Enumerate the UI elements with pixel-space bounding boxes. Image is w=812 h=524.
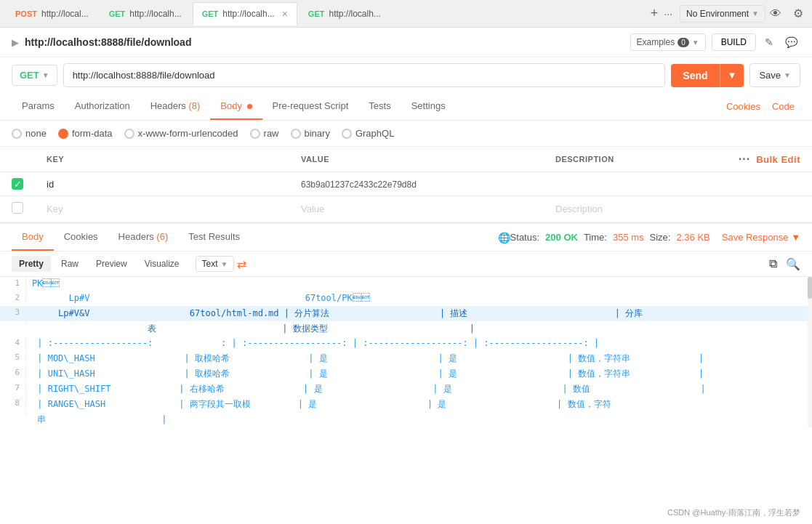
examples-count: 0 (678, 38, 689, 47)
option-graphql-label: GraphQL (355, 128, 394, 139)
expand-icon[interactable]: ▶ (12, 37, 19, 48)
new-row-checkbox[interactable] (12, 202, 23, 214)
globe-icon[interactable]: 🌐 (498, 232, 510, 243)
response-content: 1 PK 2 Lp#V 67tool/PK 3 Lp#V&V 67too… (0, 277, 812, 427)
resp-tab-testresults[interactable]: Test Results (178, 224, 250, 251)
status-label: Status: (510, 232, 539, 243)
resp-line-6: 6 | UNI\_HASH | 取模哈希 | 是 | 是 | 数值，字符串 | (0, 366, 812, 382)
line-num-1: 1 (0, 277, 26, 289)
line-num-2: 2 (0, 291, 26, 304)
tab-url-0: http://local... (41, 9, 89, 19)
table-row: ✓ id 63b9a01237c2433c22e79d8d (0, 172, 812, 196)
tab-close-2[interactable]: × (282, 8, 288, 20)
view-preview[interactable]: Preview (89, 256, 134, 272)
send-button[interactable]: Send (671, 64, 719, 87)
option-binary[interactable]: binary (291, 128, 330, 139)
tab-authorization[interactable]: Authorization (65, 93, 140, 120)
tab-settings[interactable]: Settings (401, 93, 456, 120)
th-value: VALUE (289, 147, 544, 172)
resp-tab-body[interactable]: Body (12, 224, 54, 251)
cookies-link[interactable]: Cookies (720, 94, 766, 119)
new-row-desc[interactable]: Description (544, 196, 812, 222)
scrollbar-track[interactable] (808, 277, 812, 427)
eye-icon[interactable]: 👁 (767, 4, 784, 23)
examples-button[interactable]: Examples 0 ▼ (630, 33, 706, 51)
tab-headers[interactable]: Headers (8) (140, 93, 211, 120)
line-content-5: | MOD\_HASH | 取模哈希 | 是 | 是 | 数值，字符串 | (32, 351, 704, 366)
view-pretty[interactable]: Pretty (12, 256, 51, 272)
option-binary-label: binary (305, 128, 330, 139)
search-icon[interactable]: 🔍 (786, 257, 800, 271)
env-selector[interactable]: No Environment ▼ (680, 5, 765, 23)
tab-params[interactable]: Params (12, 93, 65, 120)
resp-line-5: 5 | MOD\_HASH | 取模哈希 | 是 | 是 | 数值，字符串 | (0, 351, 812, 366)
time-label: Time: (584, 232, 607, 243)
option-urlencoded[interactable]: x-www-form-urlencoded (124, 128, 238, 139)
method-arrow-icon: ▼ (42, 71, 49, 79)
resp-line-8b: 串 | (0, 412, 812, 427)
line-content-8: | RANGE\_HASH | 两字段其一取模 | 是 | 是 | 数值，字符 (32, 397, 611, 412)
url-input[interactable] (63, 63, 666, 87)
th-checkbox (0, 147, 35, 172)
tab-prerequest[interactable]: Pre-request Script (262, 93, 359, 120)
tab-get-3[interactable]: GET http://localh... (299, 2, 390, 25)
tab-actions: + ··· (651, 6, 672, 21)
format-dropdown[interactable]: Text ▼ (196, 256, 235, 272)
bulk-edit-button[interactable]: Bulk Edit (756, 154, 800, 165)
tab-body[interactable]: Body (210, 93, 262, 120)
line-num-7: 7 (0, 382, 26, 394)
resp-line-3b: 表 | 数据类型 | (0, 321, 812, 336)
tab-post[interactable]: POST http://local... (6, 2, 98, 25)
line-content-6: | UNI\_HASH | 取模哈希 | 是 | 是 | 数值，字符串 | (32, 366, 704, 382)
tab-tests[interactable]: Tests (358, 93, 401, 120)
resp-tab-headers[interactable]: Headers (6) (108, 224, 179, 251)
tab-method-1: GET (109, 9, 126, 18)
request-title: http://localhost:8888/file/download (25, 36, 191, 48)
env-label: No Environment (686, 9, 749, 19)
radio-formdata (58, 129, 68, 139)
save-button[interactable]: Save ▼ (749, 63, 800, 87)
save-response-button[interactable]: Save Response ▼ (722, 232, 800, 243)
save-arrow-icon: ▼ (784, 71, 791, 79)
wrap-icon[interactable]: ⇄ (237, 257, 246, 271)
size-value: 2.36 KB (676, 232, 710, 243)
option-raw[interactable]: raw (250, 128, 279, 139)
copy-icon[interactable]: ⧉ (769, 257, 777, 270)
option-formdata[interactable]: form-data (58, 128, 113, 139)
settings-icon[interactable]: ⚙ (790, 4, 806, 23)
comment-icon[interactable]: 💬 (782, 33, 800, 51)
tab-get-1[interactable]: GET http://localh... (100, 2, 191, 25)
more-tabs-icon[interactable]: ··· (664, 8, 672, 20)
view-raw[interactable]: Raw (54, 256, 86, 272)
body-options: none form-data x-www-form-urlencoded raw… (0, 121, 812, 147)
option-urlencoded-label: x-www-form-urlencoded (138, 128, 238, 139)
line-content-3b: 表 | 数据类型 | (32, 321, 475, 336)
option-graphql[interactable]: GraphQL (342, 128, 394, 139)
view-visualize[interactable]: Visualize (137, 256, 187, 272)
scrollbar-thumb[interactable] (808, 277, 812, 299)
row-desc-cell[interactable] (544, 172, 812, 196)
method-selector[interactable]: GET ▼ (12, 65, 57, 86)
new-tab-icon[interactable]: + (651, 6, 659, 21)
send-arrow-icon[interactable]: ▼ (720, 64, 744, 86)
line-content-8b: 串 | (32, 412, 166, 427)
row-value-cell[interactable]: 63b9a01237c2433c22e79d8d (289, 172, 544, 196)
edit-icon[interactable]: ✎ (762, 33, 776, 51)
tab-url-1: http://localh... (129, 9, 181, 19)
radio-raw (250, 129, 260, 139)
new-row-value[interactable]: Value (289, 196, 544, 222)
build-button[interactable]: BUILD (712, 33, 756, 51)
option-none[interactable]: none (12, 128, 47, 139)
resp-line-8: 8 | RANGE\_HASH | 两字段其一取模 | 是 | 是 | 数值，字… (0, 397, 812, 412)
resp-tab-cookies[interactable]: Cookies (54, 224, 108, 251)
row-checkbox[interactable]: ✓ (12, 178, 23, 190)
status-value: 200 OK (545, 232, 578, 243)
radio-binary (291, 129, 301, 139)
new-row-key[interactable]: Key (35, 196, 289, 222)
line-num-8: 8 (0, 397, 26, 409)
row-key-cell[interactable]: id (35, 172, 289, 196)
code-link[interactable]: Code (766, 94, 800, 119)
tab-get-2[interactable]: GET http://localh... × (193, 2, 297, 25)
line-content-1: PK (32, 277, 60, 290)
more-options-icon[interactable]: ··· (739, 153, 750, 166)
